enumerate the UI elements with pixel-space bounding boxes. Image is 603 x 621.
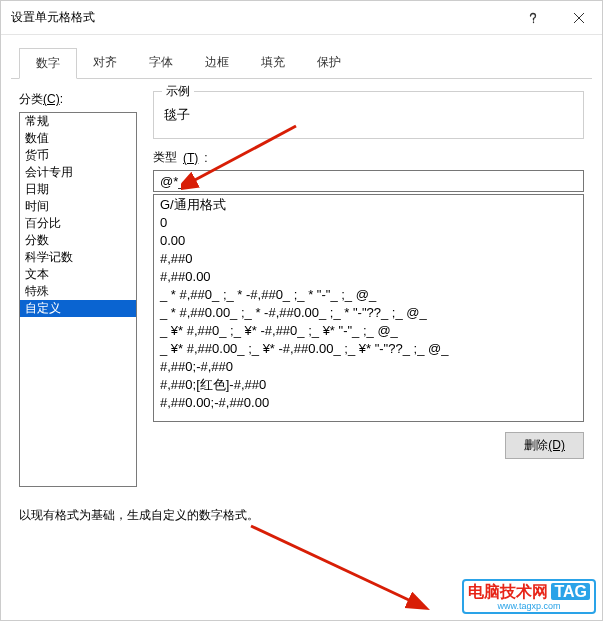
watermark: 电脑技术网 TAG www.tagxp.com: [462, 579, 596, 614]
format-item[interactable]: _ * #,##0_ ;_ * -#,##0_ ;_ * "-"_ ;_ @_: [154, 285, 583, 303]
format-item[interactable]: _ ¥* #,##0_ ;_ ¥* -#,##0_ ;_ ¥* "-"_ ;_ …: [154, 321, 583, 339]
category-item[interactable]: 日期: [20, 181, 136, 198]
svg-line-3: [251, 526, 411, 601]
format-item[interactable]: 0.00: [154, 231, 583, 249]
category-item[interactable]: 科学记数: [20, 249, 136, 266]
category-item[interactable]: 自定义: [20, 300, 136, 317]
category-label: 分类(C):: [19, 91, 137, 108]
tab-2[interactable]: 字体: [133, 48, 189, 79]
close-icon: [573, 12, 585, 24]
example-value: 毯子: [164, 106, 573, 124]
format-item[interactable]: _ * #,##0.00_ ;_ * -#,##0.00_ ;_ * "-"??…: [154, 303, 583, 321]
tab-5[interactable]: 保护: [301, 48, 357, 79]
format-item[interactable]: 0: [154, 213, 583, 231]
tab-panel-number: 分类(C): 常规数值货币会计专用日期时间百分比分数科学记数文本特殊自定义 示例…: [1, 79, 602, 534]
category-item[interactable]: 时间: [20, 198, 136, 215]
format-item[interactable]: #,##0.00;-#,##0.00: [154, 393, 583, 411]
category-item[interactable]: 数值: [20, 130, 136, 147]
format-item[interactable]: G/通用格式: [154, 195, 583, 213]
format-code-list[interactable]: G/通用格式00.00#,##0#,##0.00_ * #,##0_ ;_ * …: [153, 194, 584, 422]
annotation-arrow-icon: [241, 521, 441, 621]
tab-1[interactable]: 对齐: [77, 48, 133, 79]
description-text: 以现有格式为基础，生成自定义的数字格式。: [19, 507, 584, 524]
format-item[interactable]: #,##0: [154, 249, 583, 267]
type-label: 类型(T):: [153, 149, 584, 166]
category-item[interactable]: 货币: [20, 147, 136, 164]
type-input[interactable]: [153, 170, 584, 192]
format-item[interactable]: #,##0.00: [154, 267, 583, 285]
tab-strip: 数字对齐字体边框填充保护: [11, 39, 592, 79]
category-item[interactable]: 会计专用: [20, 164, 136, 181]
example-group: 示例 毯子: [153, 91, 584, 139]
category-item[interactable]: 百分比: [20, 215, 136, 232]
close-button[interactable]: [556, 1, 602, 35]
delete-button[interactable]: 删除(D): [505, 432, 584, 459]
tab-0[interactable]: 数字: [19, 48, 77, 79]
format-cells-dialog: 设置单元格格式 数字对齐字体边框填充保护 分类(C): 常规数值货币会计专用日期…: [0, 0, 603, 621]
category-item[interactable]: 特殊: [20, 283, 136, 300]
category-item[interactable]: 分数: [20, 232, 136, 249]
format-item[interactable]: _ ¥* #,##0.00_ ;_ ¥* -#,##0.00_ ;_ ¥* "-…: [154, 339, 583, 357]
help-button[interactable]: [510, 1, 556, 35]
format-item[interactable]: #,##0;-#,##0: [154, 357, 583, 375]
titlebar: 设置单元格格式: [1, 1, 602, 35]
category-item[interactable]: 文本: [20, 266, 136, 283]
help-icon: [527, 12, 539, 24]
category-item[interactable]: 常规: [20, 113, 136, 130]
tab-3[interactable]: 边框: [189, 48, 245, 79]
tab-4[interactable]: 填充: [245, 48, 301, 79]
category-list[interactable]: 常规数值货币会计专用日期时间百分比分数科学记数文本特殊自定义: [19, 112, 137, 487]
example-label: 示例: [162, 83, 194, 100]
window-title: 设置单元格格式: [11, 9, 510, 26]
format-item[interactable]: #,##0;[红色]-#,##0: [154, 375, 583, 393]
